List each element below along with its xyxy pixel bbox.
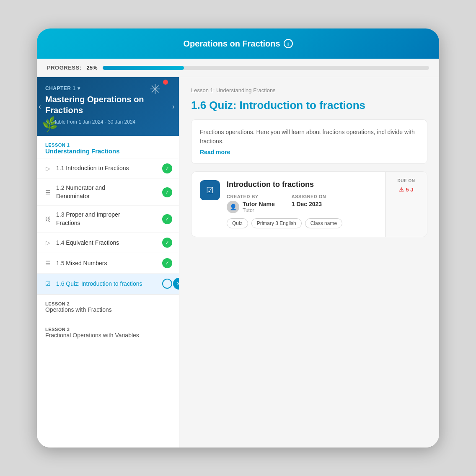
header-title-text: Operations on Fractions xyxy=(183,39,280,49)
doc-icon-1-5: ☰ xyxy=(44,259,52,267)
chapter-dates: Available from 1 Jan 2024 - 30 Jan 2024 xyxy=(45,119,171,125)
notification-dot xyxy=(163,80,168,85)
due-on-label: DUE ON xyxy=(398,178,415,183)
right-panel: Lesson 1: Understanding Fractions 1.6 Qu… xyxy=(179,77,439,448)
progress-fill xyxy=(103,66,184,70)
lesson2-name: Operations with Fractions xyxy=(45,306,171,313)
read-more-link[interactable]: Read more xyxy=(200,149,230,155)
lesson3-name: Fractional Operations with Variables xyxy=(45,332,171,339)
lesson2-number: LESSON 2 xyxy=(45,301,171,306)
tag-class: Class name xyxy=(305,218,342,228)
due-on-value: ⚠ 5 J xyxy=(399,186,413,193)
complete-icon-1-4: ✓ xyxy=(162,238,172,248)
quiz-checkmark-icon: ☑ xyxy=(206,185,214,195)
header-title-group: Operations on Fractions i xyxy=(183,39,292,49)
item-text-1-4: 1.4 Equivalent Fractions xyxy=(56,239,158,247)
lesson-item-1-2[interactable]: ☰ 1.2 Numerator andDenominator ✓ xyxy=(37,179,179,206)
lesson-item-1-6[interactable]: ☑ 1.6 Quiz: Introduction to fractions ✕ xyxy=(37,274,179,294)
item-text-1-3: 1.3 Proper and ImproperFractions xyxy=(56,211,158,227)
lesson3-number: LESSON 3 xyxy=(45,327,171,332)
progress-label: PROGRESS: xyxy=(47,65,82,71)
lesson3-section: LESSON 3 Fractional Operations with Vari… xyxy=(37,320,179,345)
tutor-row: 👤 Tutor Name Tutor xyxy=(227,201,275,213)
app-header: Operations on Fractions i xyxy=(37,28,439,59)
lesson-item-1-3[interactable]: ⛓ 1.3 Proper and ImproperFractions ✓ xyxy=(37,206,179,233)
description-text: Fractions operations. Here you will lear… xyxy=(200,127,419,146)
leaf-decoration: 🌿 xyxy=(41,116,59,134)
chapter-nav-left[interactable]: ‹ xyxy=(39,102,41,111)
lesson1-number: LESSON 1 xyxy=(45,142,171,147)
assigned-on-label: ASSIGNED ON xyxy=(292,194,326,199)
tutor-role: Tutor xyxy=(243,207,275,213)
chapter-card: CHAPTER 1 ▾ Mastering Operations on Frac… xyxy=(37,77,179,136)
item-text-1-2: 1.2 Numerator andDenominator xyxy=(56,184,158,200)
item-text-1-5: 1.5 Mixed Numbers xyxy=(56,259,158,268)
complete-icon-1-2: ✓ xyxy=(162,187,172,197)
active-circle-icon xyxy=(162,279,172,289)
main-content: CHAPTER 1 ▾ Mastering Operations on Frac… xyxy=(37,77,439,448)
due-on-box: DUE ON ⚠ 5 J xyxy=(385,172,427,237)
device-frame: Operations on Fractions i PROGRESS: 25% … xyxy=(37,28,439,448)
complete-icon-1-1: ✓ xyxy=(162,163,172,173)
doc-icon: ☰ xyxy=(44,188,52,197)
item-text-1-1: 1.1 Introduction to Fractions xyxy=(56,164,158,173)
lesson1-name: Understanding Fractions xyxy=(45,147,171,155)
quiz-list-icon: ☑ xyxy=(44,279,52,288)
play-icon-1-4: ▷ xyxy=(44,238,52,247)
tag-english: Primary 3 English xyxy=(251,218,302,228)
lesson-item-1-5[interactable]: ☰ 1.5 Mixed Numbers ✓ xyxy=(37,253,179,274)
item-text-1-6: 1.6 Quiz: Introduction to fractions xyxy=(56,280,158,288)
sidebar: CHAPTER 1 ▾ Mastering Operations on Frac… xyxy=(37,77,179,448)
complete-icon-1-3: ✓ xyxy=(162,214,172,224)
breadcrumb: Lesson 1: Understanding Fractions xyxy=(191,87,427,93)
chapter-nav-right[interactable]: › xyxy=(172,102,175,111)
link-icon: ⛓ xyxy=(44,215,52,223)
close-panel-button[interactable]: ✕ xyxy=(173,278,179,290)
progress-bar-area: PROGRESS: 25% xyxy=(37,59,439,77)
created-by-label: CREATED BY xyxy=(227,194,275,199)
warning-icon: ⚠ xyxy=(399,186,404,193)
lesson-item-1-1[interactable]: ▷ 1.1 Introduction to Fractions ✓ xyxy=(37,158,179,179)
complete-icon-1-5: ✓ xyxy=(162,258,172,268)
assigned-on-block: ASSIGNED ON 1 Dec 2023 xyxy=(292,194,326,213)
lesson-item-1-4[interactable]: ▷ 1.4 Equivalent Fractions ✓ xyxy=(37,233,179,253)
progress-track xyxy=(103,66,429,70)
progress-percent: 25% xyxy=(87,65,98,71)
tutor-name: Tutor Name xyxy=(243,201,275,207)
chapter-decoration xyxy=(150,81,166,98)
tag-quiz: Quiz xyxy=(227,218,248,228)
quiz-card: ☑ Introduction to fractions CREATED BY 👤… xyxy=(191,171,427,237)
quiz-title: 1.6 Quiz: Introduction to fractions xyxy=(191,98,427,113)
created-by-block: CREATED BY 👤 Tutor Name Tutor xyxy=(227,194,275,213)
lesson1-header: LESSON 1 Understanding Fractions xyxy=(37,136,179,158)
lesson2-section: LESSON 2 Operations with Fractions xyxy=(37,294,179,320)
tutor-avatar: 👤 xyxy=(227,201,239,213)
star-icon xyxy=(150,81,166,98)
info-icon[interactable]: i xyxy=(284,39,293,48)
quiz-icon-box: ☑ xyxy=(200,180,220,200)
description-card: Fractions operations. Here you will lear… xyxy=(191,119,427,164)
assigned-on-value: 1 Dec 2023 xyxy=(292,201,326,207)
play-icon: ▷ xyxy=(44,164,52,173)
tutor-info: Tutor Name Tutor xyxy=(243,201,275,213)
